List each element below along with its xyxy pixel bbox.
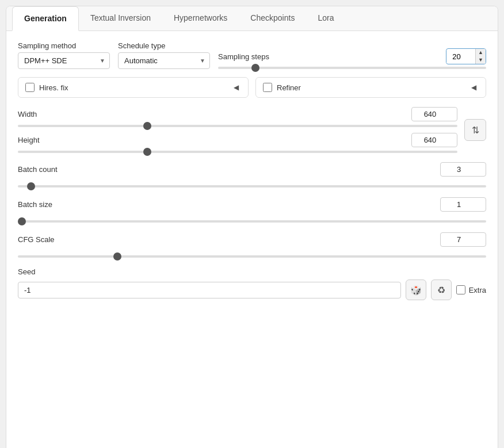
refiner-box: Refiner ◀: [255, 77, 486, 98]
batch-size-slider[interactable]: [18, 220, 486, 223]
height-label: Height: [18, 136, 40, 144]
dimension-section: Width Height ⇅: [18, 107, 486, 153]
extra-group: Extra: [456, 285, 486, 294]
steps-header-row: Sampling steps ▲ ▼: [218, 48, 486, 64]
randomize-seed-button[interactable]: 🎲: [406, 279, 426, 300]
schedule-type-wrapper: Automatic ▼: [118, 52, 210, 69]
extra-label: Extra: [469, 286, 486, 294]
refiner-label: Refiner: [277, 83, 464, 92]
hires-fix-label: Hires. fix: [39, 83, 227, 92]
dimension-fields: Width Height: [18, 107, 457, 153]
steps-spin-buttons: ▲ ▼: [475, 49, 486, 64]
tab-textual-inversion[interactable]: Textual Inversion: [79, 6, 162, 30]
main-panel: Generation Textual Inversion Hypernetwor…: [6, 6, 498, 448]
options-row: Hires. fix ◀ Refiner ◀: [18, 77, 486, 98]
tab-lora[interactable]: Lora: [306, 6, 345, 30]
height-row: Height: [18, 133, 457, 153]
sampling-method-select[interactable]: DPM++ SDE: [18, 52, 110, 69]
tab-hypernetworks[interactable]: Hypernetworks: [162, 6, 239, 30]
sampling-row: Sampling method DPM++ SDE ▼ Schedule typ…: [18, 41, 486, 69]
width-slider[interactable]: [18, 125, 457, 127]
recycle-seed-button[interactable]: ♻: [431, 279, 452, 300]
batch-size-input[interactable]: [440, 197, 486, 212]
hires-fix-checkbox[interactable]: [25, 83, 35, 92]
seed-row: 🎲 ♻ Extra: [18, 279, 486, 300]
steps-spin-down-button[interactable]: ▼: [476, 56, 486, 64]
batch-count-input[interactable]: [440, 162, 486, 177]
width-label: Width: [18, 110, 37, 118]
cfg-scale-header: CFG Scale: [18, 232, 486, 247]
batch-size-label: Batch size: [18, 200, 52, 209]
schedule-type-label: Schedule type: [118, 41, 210, 50]
refiner-toggle-button[interactable]: ◀: [469, 82, 479, 93]
width-input[interactable]: [411, 107, 457, 121]
hires-fix-toggle-button[interactable]: ◀: [231, 82, 241, 93]
tab-checkpoints[interactable]: Checkpoints: [239, 6, 306, 30]
batch-size-section: Batch size: [18, 197, 486, 224]
recycle-icon: ♻: [437, 285, 445, 296]
steps-spin-up-button[interactable]: ▲: [476, 49, 486, 56]
cfg-scale-slider[interactable]: [18, 255, 486, 258]
width-row: Width: [18, 107, 457, 127]
dice-icon: 🎲: [410, 285, 422, 296]
sampling-method-group: Sampling method DPM++ SDE ▼: [18, 41, 110, 69]
batch-size-header: Batch size: [18, 197, 486, 212]
swap-dimensions-button[interactable]: ⇅: [464, 119, 486, 141]
schedule-type-select[interactable]: Automatic: [118, 52, 210, 69]
sampling-method-wrapper: DPM++ SDE ▼: [18, 52, 110, 69]
batch-count-slider[interactable]: [18, 185, 486, 187]
steps-input[interactable]: [446, 50, 475, 63]
batch-count-section: Batch count: [18, 162, 486, 189]
schedule-type-group: Schedule type Automatic ▼: [118, 41, 210, 69]
tab-generation[interactable]: Generation: [12, 6, 79, 31]
seed-input[interactable]: [18, 282, 401, 298]
sampling-steps-group: Sampling steps ▲ ▼: [218, 48, 486, 69]
tab-bar: Generation Textual Inversion Hypernetwor…: [6, 6, 498, 31]
width-header: Width: [18, 107, 457, 121]
height-header: Height: [18, 133, 457, 147]
batch-count-label: Batch count: [18, 165, 58, 174]
tab-content-generation: Sampling method DPM++ SDE ▼ Schedule typ…: [6, 31, 498, 312]
seed-section: Seed 🎲 ♻ Extra: [18, 267, 486, 300]
cfg-scale-label: CFG Scale: [18, 235, 55, 244]
height-input[interactable]: [411, 133, 457, 147]
extra-checkbox[interactable]: [456, 285, 465, 294]
seed-label: Seed: [18, 267, 486, 276]
sampling-steps-label: Sampling steps: [218, 52, 269, 61]
height-slider[interactable]: [18, 151, 457, 153]
refiner-checkbox[interactable]: [263, 83, 272, 92]
sampling-method-label: Sampling method: [18, 41, 110, 50]
steps-spin-control[interactable]: ▲ ▼: [446, 48, 486, 64]
cfg-scale-section: CFG Scale: [18, 232, 486, 259]
cfg-scale-input[interactable]: [440, 232, 486, 247]
batch-count-header: Batch count: [18, 162, 486, 177]
steps-slider[interactable]: [218, 67, 486, 69]
hires-fix-box: Hires. fix ◀: [18, 77, 249, 98]
